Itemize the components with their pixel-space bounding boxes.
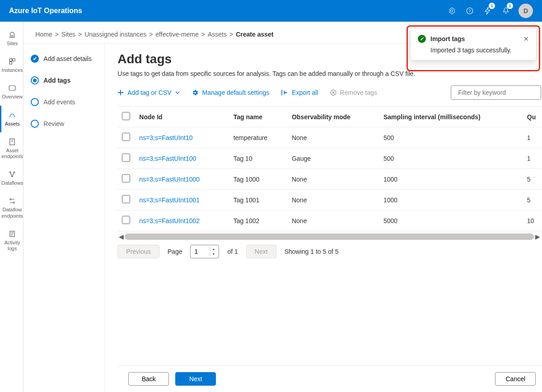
select-all-checkbox[interactable] [122, 112, 130, 120]
cell-obs-mode: None [287, 127, 379, 148]
cell-interval: 5000 [379, 210, 523, 231]
toast-message: Imported 3 tags successfully. [418, 47, 529, 54]
tags-table: Node Id Tag name Observability mode Samp… [117, 106, 542, 231]
settings-icon[interactable] [443, 0, 461, 22]
col-sampling[interactable]: Sampling interval (milliseconds) [379, 107, 523, 127]
bell-icon[interactable]: 1 [497, 0, 515, 22]
sidenav-label: Assets [5, 121, 20, 127]
next-button[interactable]: Next [175, 372, 216, 386]
cell-obs-mode: None [287, 190, 379, 210]
sidenav-item-overview[interactable]: Overview [0, 79, 23, 105]
step-review[interactable]: Review [31, 120, 101, 128]
row-checkbox[interactable] [122, 195, 130, 203]
showing-text: Showing 1 to 5 of 5 [285, 248, 339, 255]
avatar[interactable]: D [519, 4, 533, 18]
export-all-label: Export all [292, 89, 318, 96]
col-node-id[interactable]: Node Id [135, 107, 229, 127]
svg-point-7 [9, 172, 11, 173]
pager: Previous Page ▲▼ of 1 Next Showing 1 to … [117, 245, 542, 258]
manage-settings-label: Manage default settings [202, 89, 270, 96]
footer: Back Next Cancel [117, 365, 542, 392]
sidenav-label: Dataflow endpoints [1, 207, 23, 219]
step-label: Add asset details [43, 55, 92, 62]
sidenav-label: Asset endpoints [1, 148, 23, 159]
close-icon[interactable]: ✕ [523, 35, 529, 42]
back-button[interactable]: Back [128, 372, 169, 386]
help-icon[interactable]: ? [461, 0, 479, 22]
step-add-asset-details[interactable]: Add asset details [31, 55, 101, 63]
sidenav-item-asset-endpoints[interactable]: Asset endpoints [0, 132, 23, 165]
remove-tags-label: Remove tags [340, 89, 377, 96]
breadcrumb-item[interactable]: Home [35, 31, 52, 38]
row-checkbox[interactable] [122, 133, 130, 141]
breadcrumb-item[interactable]: Sites [61, 31, 75, 38]
sidenav-item-activity-logs[interactable]: Activity logs [0, 224, 23, 257]
breadcrumb-item: Create asset [236, 31, 273, 38]
node-id-link[interactable]: ns=3;s=FastUInt1001 [139, 196, 200, 204]
cell-interval: 500 [379, 127, 523, 148]
step-add-tags[interactable]: Add tags [31, 76, 101, 84]
cell-qu: 1 [523, 127, 542, 148]
success-check-icon [418, 35, 426, 43]
row-checkbox[interactable] [122, 174, 130, 182]
svg-rect-4 [9, 62, 12, 64]
breadcrumb-item[interactable]: Unassigned instances [84, 31, 146, 38]
side-nav: SitesInstancesOverviewAssetsAsset endpoi… [0, 22, 23, 392]
cell-tag-name: Tag 1000 [229, 169, 287, 190]
sidenav-item-assets[interactable]: Assets [0, 106, 23, 132]
bell-badge: 1 [507, 3, 513, 9]
page-down-icon[interactable]: ▼ [210, 252, 217, 257]
toast-import-tags: Import tags ✕ Imported 3 tags successful… [410, 28, 537, 61]
manage-settings-button[interactable]: Manage default settings [192, 89, 270, 96]
page-description: Use tags to get data from specific sourc… [117, 70, 542, 77]
sidenav-label: Dataflows [1, 180, 23, 186]
svg-rect-6 [10, 139, 15, 145]
remove-tags-button: Remove tags [330, 89, 377, 96]
node-id-link[interactable]: ns=3;s=FastUInt10 [139, 134, 192, 141]
sidenav-label: Overview [2, 94, 23, 100]
sidenav-item-instances[interactable]: Instances [0, 52, 23, 79]
breadcrumb-item[interactable]: Assets [208, 31, 227, 38]
toolbar: Add tag or CSV Manage default settings E… [117, 85, 542, 100]
cell-interval: 500 [379, 148, 523, 169]
sidenav-item-sites[interactable]: Sites [0, 25, 23, 52]
cell-tag-name: Tag 10 [229, 148, 287, 169]
cell-tag-name: temperature [229, 127, 287, 148]
node-id-link[interactable]: ns=3;s=FastUInt100 [139, 155, 196, 162]
search-icon [455, 89, 455, 96]
sidenav-label: Activity logs [1, 240, 23, 252]
scroll-right-icon[interactable]: ▶ [534, 233, 541, 240]
sidenav-item-dataflows[interactable]: Dataflows [0, 165, 23, 191]
horizontal-scrollbar[interactable]: ◀ ▶ [117, 233, 542, 240]
node-id-link[interactable]: ns=3;s=FastUInt1000 [139, 176, 200, 183]
cell-qu: 5 [523, 169, 542, 190]
col-qu[interactable]: Qu [523, 107, 542, 127]
sidenav-item-dataflow-endpoints[interactable]: Dataflow endpoints [0, 191, 23, 224]
add-tag-button[interactable]: Add tag or CSV [117, 89, 179, 96]
export-all-button[interactable]: Export all [281, 89, 318, 96]
page-number-input[interactable]: ▲▼ [190, 245, 219, 258]
table-row: ns=3;s=FastUInt1001Tag 1001None10005 [117, 190, 542, 210]
step-label: Review [43, 120, 64, 127]
sidenav-label: Instances [2, 67, 23, 73]
cancel-button[interactable]: Cancel [495, 372, 536, 386]
cell-obs-mode: Gauge [287, 148, 379, 169]
step-add-events[interactable]: Add events [31, 98, 101, 106]
sidenav-label: Sites [7, 41, 18, 47]
row-checkbox[interactable] [122, 216, 130, 224]
svg-rect-2 [9, 59, 12, 61]
col-tag-name[interactable]: Tag name [229, 107, 287, 127]
row-checkbox[interactable] [122, 154, 130, 162]
filter-input[interactable] [458, 89, 537, 96]
cell-qu: 5 [523, 190, 542, 210]
node-id-link[interactable]: ns=3;s=FastUInt1002 [139, 217, 200, 224]
table-row: ns=3;s=FastUInt1000Tag 1000None10005 [117, 169, 542, 190]
filter-input-wrapper[interactable] [451, 85, 541, 100]
lightning-icon[interactable]: 1 [479, 0, 497, 22]
cell-obs-mode: None [287, 169, 379, 190]
lightning-badge: 1 [489, 3, 495, 9]
page-up-icon[interactable]: ▲ [210, 247, 217, 252]
scroll-left-icon[interactable]: ◀ [117, 233, 125, 240]
breadcrumb-item[interactable]: effective-meme [155, 31, 198, 38]
col-obs-mode[interactable]: Observability mode [287, 107, 379, 127]
